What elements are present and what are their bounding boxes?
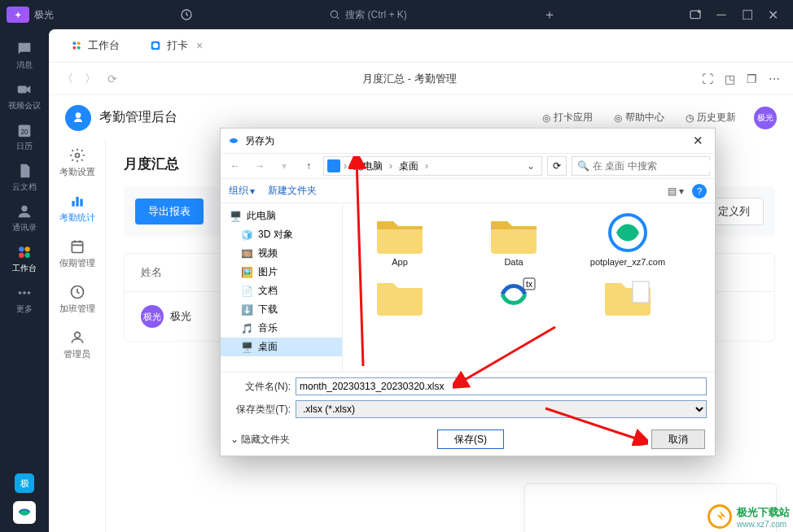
svg-point-11 [24,252,29,257]
folder-item[interactable]: App [351,211,449,267]
tree-video[interactable]: 🎞️视频 [221,244,342,263]
filetype-label: 保存类型(T): [229,403,291,416]
tree-doc[interactable]: 📄文档 [221,281,342,300]
titlebar: ✦ 极光 搜索 (Ctrl + K) ＋ ─ ☐ ✕ [0,0,793,29]
leftbar-messages[interactable]: 消息 [2,36,47,75]
leftbar-workspace[interactable]: 工作台 [2,239,47,278]
nav-refresh-icon[interactable]: ⟳ [107,72,117,85]
sidebar-item-settings[interactable]: 考勤设置 [49,140,105,185]
history-icon[interactable] [173,0,199,29]
tab-close-icon[interactable]: × [196,39,203,52]
header-link-history[interactable]: ◷历史更新 [686,111,736,124]
nav-forward-icon[interactable]: 〉 [85,72,96,86]
tab-clockin[interactable]: 打卡 × [138,29,214,62]
svg-text:20: 20 [20,129,28,136]
chevron-down-icon: ⌄ [230,434,239,445]
cancel-button[interactable]: 取消 [651,430,705,449]
add-icon[interactable]: ＋ [537,0,563,29]
nav-newwin-icon[interactable]: ❐ [747,72,757,85]
filename-input[interactable] [296,377,707,395]
breadcrumb[interactable]: › 此电脑 › 桌面 › ⌄ [323,156,542,176]
app-name: 极光 [34,8,54,22]
sidebar-item-stats[interactable]: 考勤统计 [49,185,105,231]
organize-button[interactable]: 组织 ▾ [229,184,255,198]
leftbar-app-icon[interactable] [13,501,36,524]
nav-more-icon[interactable]: ⋯ [769,72,780,85]
leftbar-more[interactable]: 更多 [2,280,47,319]
svg-point-15 [72,41,76,45]
svg-point-1 [331,11,337,17]
dialog-help-icon[interactable]: ? [692,184,707,198]
dialog-close-button[interactable]: ✕ [688,133,708,148]
cube-icon: 🧊 [240,229,253,242]
download-icon: ⬇️ [240,303,253,316]
export-button[interactable]: 导出报表 [135,198,204,225]
watermark-url: www.xz7.com [737,520,790,529]
close-window-button[interactable]: ✕ [760,0,786,29]
svg-point-16 [77,41,81,45]
filetype-select[interactable]: .xlsx (*.xlsx) [296,400,707,418]
tree-image[interactable]: 🖼️图片 [221,263,342,281]
svg-point-21 [76,112,81,118]
hide-folders-link[interactable]: ⌄ 隐藏文件夹 [230,433,290,447]
dialog-search[interactable]: 🔍 [572,156,710,176]
header-link-help[interactable]: ◎帮助中心 [614,111,664,124]
maximize-button[interactable]: ☐ [734,0,760,29]
folder-item[interactable] [579,273,677,319]
sidebar-item-admin[interactable]: 管理员 [49,322,105,368]
header-avatar[interactable]: 极光 [754,107,777,129]
minimize-button[interactable]: ─ [708,0,734,29]
svg-point-20 [153,43,159,49]
dialog-search-input[interactable] [593,160,715,172]
new-folder-button[interactable]: 新建文件夹 [268,184,317,198]
header-link-app[interactable]: ◎打卡应用 [542,111,593,124]
save-button[interactable]: 保存(S) [437,430,504,449]
tree-pc[interactable]: 🖥️此电脑 [221,207,342,225]
nav-popout-icon[interactable]: ◳ [725,72,735,85]
folder-item[interactable]: potplayer_xz7.com [579,211,677,267]
leftbar-contacts[interactable]: 通讯录 [2,198,47,238]
sidebar: 考勤设置 考勤统计 假期管理 加班管理 管理员 [49,140,106,532]
dialog-file-pane[interactable]: App Data potplayer_xz7.com tx [343,203,715,372]
watermark: 极光下载站 www.xz7.com [708,504,790,529]
notification-center-icon[interactable] [682,0,708,29]
tree-desktop[interactable]: 🖥️桌面 [221,338,342,356]
dialog-titlebar: 另存为 ✕ [221,129,715,153]
svg-point-7 [21,206,27,211]
leftbar-video[interactable]: 视频会议 [2,76,47,116]
help-icon: ◎ [614,112,622,124]
dialog-refresh-icon[interactable]: ⟳ [547,156,567,176]
svg-rect-25 [80,199,82,207]
folder-item[interactable]: Data [465,211,563,267]
leftbar-docs[interactable]: 云文档 [2,158,47,197]
tree-download[interactable]: ⬇️下载 [221,300,342,319]
global-search[interactable]: 搜索 (Ctrl + K) [319,5,417,25]
breadcrumb-dropdown-icon[interactable]: ⌄ [524,160,538,172]
breadcrumb-desktop[interactable]: 桌面 [396,159,422,173]
tab-workspace[interactable]: 工作台 [59,29,131,62]
dialog-title: 另存为 [245,134,274,148]
dialog-fields: 文件名(N): 保存类型(T): .xlsx (*.xlsx) [221,372,715,423]
leftbar-badge[interactable]: 极 [15,473,34,493]
tree-music[interactable]: 🎵音乐 [221,319,342,338]
tab-bar: 工作台 打卡 × [49,29,793,62]
breadcrumb-pc[interactable]: 此电脑 [350,159,386,173]
svg-point-22 [75,154,79,158]
dialog-recent-icon[interactable]: ▾ [274,156,294,176]
tree-3d[interactable]: 🧊3D 对象 [221,225,342,244]
dialog-up-icon[interactable]: ↑ [299,156,318,176]
nav-expand-icon[interactable]: ⛶ [702,72,713,85]
svg-point-14 [28,291,31,294]
sidebar-item-overtime[interactable]: 加班管理 [49,277,105,322]
sidebar-item-vacation[interactable]: 假期管理 [49,231,105,277]
app-header-logo [65,105,91,131]
dialog-back-icon[interactable]: ← [226,156,245,176]
folder-item[interactable]: tx [465,273,563,319]
nav-back-icon[interactable]: 〈 [62,72,73,86]
folder-item[interactable] [351,273,449,319]
svg-point-13 [23,291,26,294]
dialog-forward-icon[interactable]: → [250,156,269,176]
search-icon [329,9,340,20]
view-mode-icon[interactable]: ▤ ▾ [668,185,684,197]
leftbar-calendar[interactable]: 20日历 [2,117,47,156]
